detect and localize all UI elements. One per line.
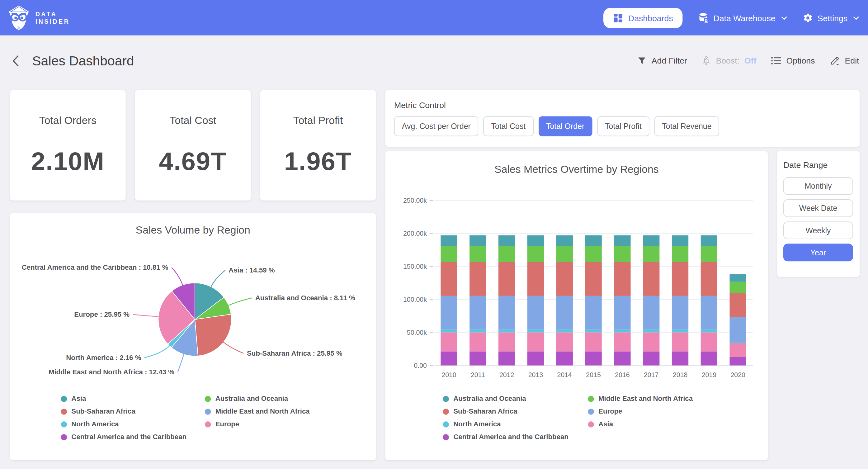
bar-segment[interactable] [498, 262, 515, 296]
legend-item[interactable]: Asia [588, 420, 693, 428]
bar-segment[interactable] [498, 296, 515, 329]
bar-segment[interactable] [643, 246, 659, 262]
bar-segment[interactable] [643, 235, 659, 246]
bar-segment[interactable] [469, 296, 486, 329]
bar-segment[interactable] [440, 246, 457, 262]
add-filter-button[interactable]: Add Filter [637, 56, 687, 65]
bar-segment[interactable] [672, 262, 688, 296]
bar-segment[interactable] [730, 357, 746, 365]
bar-segment[interactable] [643, 332, 659, 351]
bar-segment[interactable] [730, 342, 746, 343]
bar-segment[interactable] [498, 329, 515, 332]
legend-item[interactable]: Sub-Saharan Africa [443, 408, 588, 415]
options-button[interactable]: Options [772, 56, 815, 65]
legend-item[interactable]: Europe [205, 420, 310, 428]
date-button-monthly[interactable]: Monthly [783, 177, 853, 195]
bar-segment[interactable] [672, 235, 688, 246]
brand[interactable]: DATA INSIDER [8, 5, 70, 31]
bar-segment[interactable] [585, 246, 601, 262]
bar-segment[interactable] [701, 296, 717, 329]
legend-item[interactable]: Middle East and North Africa [588, 395, 693, 403]
bar-segment[interactable] [614, 235, 630, 246]
bar-segment[interactable] [585, 329, 601, 332]
bar-segment[interactable] [672, 329, 688, 332]
bar-segment[interactable] [556, 235, 573, 246]
bar-segment[interactable] [556, 329, 573, 332]
bar-segment[interactable] [440, 351, 457, 365]
bar-segment[interactable] [701, 351, 717, 365]
bar-segment[interactable] [614, 351, 630, 365]
bar-segment[interactable] [556, 332, 573, 351]
bar-segment[interactable] [730, 274, 746, 282]
date-button-week-date[interactable]: Week Date [783, 199, 853, 217]
bar-segment[interactable] [643, 351, 659, 365]
bar-segment[interactable] [527, 332, 544, 351]
nav-settings[interactable]: Settings [803, 12, 859, 23]
bar-segment[interactable] [585, 235, 601, 246]
bar-segment[interactable] [730, 343, 746, 357]
bar-segment[interactable] [469, 332, 486, 351]
bar-segment[interactable] [556, 296, 573, 329]
metric-button-total-profit[interactable]: Total Profit [597, 116, 649, 136]
bar-segment[interactable] [701, 332, 717, 351]
bar-segment[interactable] [440, 262, 457, 296]
bar-segment[interactable] [498, 246, 515, 262]
legend-item[interactable]: Australia and Oceania [443, 395, 588, 403]
bar-segment[interactable] [527, 329, 544, 332]
legend-item[interactable]: North America [443, 420, 588, 428]
bar-segment[interactable] [585, 262, 601, 296]
bar-segment[interactable] [672, 351, 688, 365]
date-button-year[interactable]: Year [783, 243, 853, 261]
bar-segment[interactable] [440, 329, 457, 332]
bar-segment[interactable] [614, 246, 630, 262]
bar-segment[interactable] [672, 332, 688, 351]
metric-button-total-revenue[interactable]: Total Revenue [654, 116, 719, 136]
back-button[interactable] [12, 55, 19, 67]
date-button-weekly[interactable]: Weekly [783, 222, 853, 239]
legend-item[interactable]: Asia [61, 395, 205, 403]
bar-segment[interactable] [730, 282, 746, 293]
bar-segment[interactable] [701, 235, 717, 246]
bar-segment[interactable] [585, 351, 601, 365]
nav-data-warehouse[interactable]: Data Warehouse [698, 12, 787, 23]
bar-segment[interactable] [701, 262, 717, 296]
bar-segment[interactable] [469, 351, 486, 365]
bar-segment[interactable] [440, 296, 457, 329]
bar-segment[interactable] [614, 262, 630, 296]
bar-segment[interactable] [643, 329, 659, 332]
boost-toggle[interactable]: Boost: Off [702, 55, 756, 66]
bar-segment[interactable] [440, 332, 457, 351]
bar-segment[interactable] [498, 235, 515, 246]
bar-segment[interactable] [556, 246, 573, 262]
legend-item[interactable]: Central America and the Caribbean [61, 433, 205, 441]
bar-segment[interactable] [498, 332, 515, 351]
bar-segment[interactable] [585, 332, 601, 351]
bar-segment[interactable] [701, 329, 717, 332]
edit-button[interactable]: Edit [830, 56, 859, 66]
bar-segment[interactable] [672, 246, 688, 262]
bar-segment[interactable] [527, 246, 544, 262]
bar-segment[interactable] [614, 332, 630, 351]
bar-segment[interactable] [730, 293, 746, 317]
metric-button-avg-cost-per-order[interactable]: Avg. Cost per Order [394, 116, 478, 136]
legend-item[interactable]: Sub-Saharan Africa [61, 408, 205, 415]
legend-item[interactable]: Europe [588, 408, 693, 415]
bar-segment[interactable] [469, 262, 486, 296]
bar-segment[interactable] [440, 235, 457, 246]
bar-segment[interactable] [527, 351, 544, 365]
bar-segment[interactable] [527, 262, 544, 296]
bar-segment[interactable] [614, 296, 630, 329]
bar-segment[interactable] [498, 351, 515, 365]
bar-segment[interactable] [701, 246, 717, 262]
bar-segment[interactable] [469, 235, 486, 246]
bar-segment[interactable] [643, 262, 659, 296]
bar-segment[interactable] [527, 296, 544, 329]
bar-segment[interactable] [730, 317, 746, 342]
pie-slice[interactable] [195, 314, 231, 356]
bar-segment[interactable] [672, 296, 688, 329]
bar-segment[interactable] [556, 262, 573, 296]
bar-segment[interactable] [556, 351, 573, 365]
nav-dashboards[interactable]: Dashboards [603, 7, 682, 28]
bar-segment[interactable] [469, 329, 486, 332]
legend-item[interactable]: Central America and the Caribbean [443, 433, 588, 441]
